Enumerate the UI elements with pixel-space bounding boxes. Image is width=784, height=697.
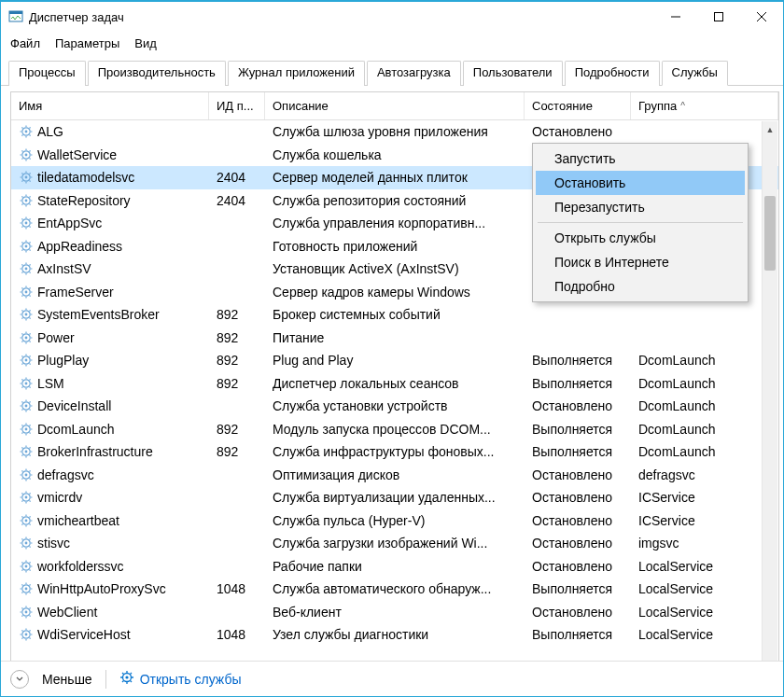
svg-line-175 [21,501,22,502]
service-group: DcomLaunch [631,353,778,368]
service-icon [19,581,34,596]
maximize-button[interactable] [697,2,740,32]
col-group[interactable]: Группа^ [631,92,778,119]
menu-view[interactable]: Вид [134,36,157,50]
minimize-button[interactable] [654,2,697,32]
svg-point-157 [25,473,28,476]
service-state: Выполняется [525,353,631,368]
table-row[interactable]: WdiServiceHost1048Узел службы диагностик… [11,623,778,647]
service-state: Выполняется [525,422,631,437]
svg-line-144 [30,425,31,425]
table-row[interactable]: workfolderssvcРабочие папкиОстановленоLo… [11,555,778,579]
svg-line-243 [130,681,132,683]
menu-file[interactable]: Файл [10,36,40,50]
tab-services[interactable]: Службы [662,61,728,86]
svg-point-147 [25,451,28,453]
service-state: Остановлено [525,124,631,139]
service-name: EntAppSvc [37,216,102,230]
svg-point-207 [25,588,28,591]
ctx-stop[interactable]: Остановить [536,171,745,195]
svg-line-182 [21,516,22,517]
table-row[interactable]: PlugPlay892Plug and PlayВыполняетсяDcomL… [11,349,778,372]
svg-line-75 [21,272,22,273]
col-pid[interactable]: ИД п... [209,92,265,119]
service-pid: 892 [209,330,265,345]
service-pid: 1048 [209,627,265,642]
table-row[interactable]: Power892Питание [11,327,778,350]
service-group: LocalService [631,559,778,574]
table-row[interactable]: DeviceInstallСлужба установки устройствО… [11,395,778,418]
fewer-details-icon[interactable] [10,670,29,689]
service-pid: 892 [209,444,265,459]
svg-line-62 [21,242,22,243]
menu-options[interactable]: Параметры [55,36,119,50]
svg-line-225 [21,615,22,616]
vertical-scrollbar[interactable]: ▲ ▼ [762,121,777,661]
table-row[interactable]: DcomLaunch892Модуль запуска процессов DC… [11,418,778,441]
table-row[interactable]: ALGСлужба шлюза уровня приложенияОстанов… [11,120,778,144]
svg-line-132 [21,402,22,403]
svg-line-185 [21,523,22,524]
service-name: vmicrdv [37,490,82,505]
svg-line-83 [30,295,31,296]
ctx-restart[interactable]: Перезапустить [536,195,745,219]
service-pid: 2404 [209,193,265,208]
ctx-start[interactable]: Запустить [536,146,745,171]
table-row[interactable]: LSM892Диспетчер локальных сеансовВыполня… [11,372,778,396]
service-group: DcomLaunch [631,398,778,413]
scroll-thumb[interactable] [764,196,776,271]
svg-line-163 [30,478,31,479]
service-group: LocalService [631,627,778,642]
svg-line-222 [21,607,22,608]
service-name: WalletService [37,147,117,162]
table-row[interactable]: WebClientВеб-клиентОстановленоLocalServi… [11,601,778,624]
ctx-open-services[interactable]: Открыть службы [536,226,745,250]
tab-details[interactable]: Подробности [565,61,660,86]
scroll-up-icon[interactable]: ▲ [763,121,777,137]
svg-line-32 [21,174,22,174]
col-description[interactable]: Описание [265,92,525,119]
service-name: workfolderssvc [37,559,124,574]
service-name: StateRepository [37,193,131,208]
svg-line-183 [30,523,31,524]
service-description: Служба инфраструктуры фоновых... [265,444,525,459]
service-description: Брокер системных событий [265,307,525,322]
table-row[interactable]: vmicrdvСлужба виртуализации удаленных...… [11,486,778,509]
fewer-details-label[interactable]: Меньше [42,672,92,687]
service-group: DcomLaunch [631,422,778,437]
service-name: vmicheartbeat [37,513,119,528]
svg-line-113 [30,364,31,365]
ctx-details[interactable]: Подробно [536,274,745,299]
table-row[interactable]: vmicheartbeatСлужба пульса (Hyper-V)Оста… [11,509,778,533]
svg-line-42 [21,196,22,197]
service-state: Остановлено [525,536,631,551]
table-row[interactable]: stisvcСлужба загрузки изображений Wi...О… [11,532,778,555]
service-group: ICService [631,513,778,528]
gear-icon [119,670,134,688]
col-state[interactable]: Состояние [525,92,631,119]
service-pid: 892 [209,353,265,368]
tab-startup[interactable]: Автозагрузка [367,61,461,86]
svg-line-203 [30,569,31,570]
svg-line-54 [30,219,31,220]
svg-line-102 [21,333,22,334]
service-description: Служба репозитория состояний [265,193,525,208]
svg-line-244 [130,673,132,675]
table-row[interactable]: defragsvcОптимизация дисковОстановленоde… [11,464,778,487]
col-name[interactable]: Имя [11,92,209,119]
svg-line-145 [21,432,22,433]
tab-users[interactable]: Пользователи [463,61,563,86]
table-row[interactable]: SystemEventsBroker892Брокер системных со… [11,303,778,327]
open-services-link[interactable]: Открыть службы [119,670,242,688]
table-row[interactable]: WinHttpAutoProxySvc1048Служба автоматиче… [11,578,778,601]
tab-processes[interactable]: Процессы [8,61,86,86]
tab-app-history[interactable]: Журнал приложений [228,61,365,86]
close-button[interactable] [740,2,783,32]
table-row[interactable]: BrokerInfrastructure892Служба инфраструк… [11,440,778,464]
tab-performance[interactable]: Производительность [88,61,226,86]
svg-line-104 [30,333,31,334]
service-pid: 892 [209,422,265,437]
svg-line-192 [21,539,22,540]
service-group: LocalService [631,581,778,596]
ctx-search-online[interactable]: Поиск в Интернете [536,250,745,274]
